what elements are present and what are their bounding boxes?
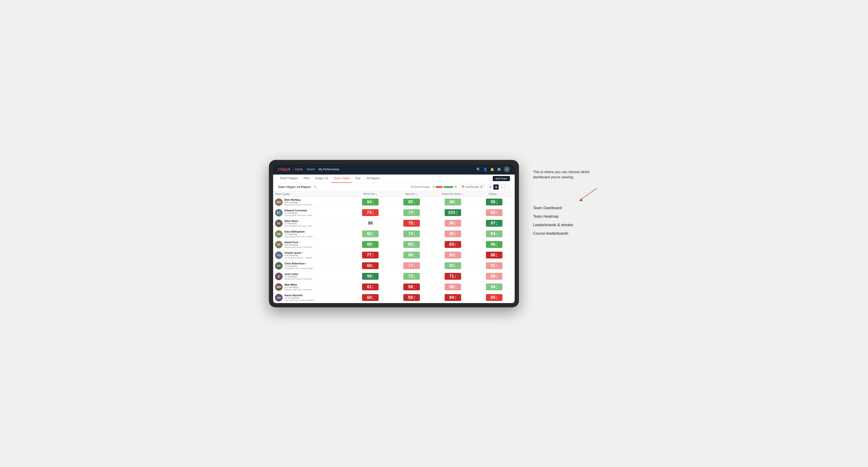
page-wrapper: clippd Home Teams My Performance 🔍 👤 🔔 ⚙… (269, 160, 599, 307)
score-box: 95 9▲ (486, 198, 502, 206)
option-team-heatmap: Team Heatmap (533, 214, 599, 219)
trend: 11▼ (372, 211, 374, 215)
score-box: 75 3▼ (403, 220, 420, 227)
score-tee: 95 8▲ (350, 271, 391, 282)
player-cell[interactable]: DB Dave Billingham 1-5 Handicap Gog Mago… (273, 229, 350, 239)
last-rounds-button[interactable]: 📅 Last Rounds: 20 (460, 185, 485, 189)
trend: 4▲ (455, 264, 456, 268)
score-box: 83 10▼ (445, 241, 461, 248)
score-value: 88 (450, 284, 454, 289)
score-box: 89 7▲ (362, 241, 379, 248)
score-around: 83 6▼ (432, 250, 473, 260)
view-export-button[interactable]: ↓ (505, 184, 510, 190)
score-around: 83 10▼ (432, 239, 473, 250)
score-value: 84 (449, 295, 454, 300)
tab-tour[interactable]: Tour (353, 174, 363, 183)
header-player[interactable]: Player Quality ↓ (273, 191, 350, 197)
score-value: 88 (450, 199, 454, 205)
score-box: 86 8▼ (486, 252, 502, 258)
score-approach: 85 8▲ (391, 197, 432, 207)
nav-link-teams[interactable]: Teams (306, 167, 315, 172)
player-cell[interactable]: EE Elliot Ebert 1-5 Handicap Sunningdale… (273, 218, 350, 228)
view-grid-button[interactable]: ⊞ (488, 184, 493, 190)
score-box: 61 3▼ (362, 283, 379, 290)
trend: 3▼ (496, 264, 497, 268)
trend: 6▲ (372, 200, 374, 204)
trend: 2▲ (372, 264, 374, 268)
score-value: 85 (408, 199, 413, 205)
tab-pga[interactable]: PGA (301, 174, 312, 183)
verified-icon: ✓ (299, 241, 301, 243)
player-cell[interactable]: AN Aaron Nicholls 11-15 Handicap Drift G… (273, 292, 350, 303)
score-box: 86 6▼ (445, 220, 461, 227)
view-list-button[interactable]: ≡ (499, 184, 504, 190)
player-cell[interactable]: EC Edward Crossman 1-5 Handicap Sunningd… (273, 208, 350, 218)
score-value: 83 (450, 253, 454, 257)
player-cell[interactable]: DF David Ford✓ Plus Handicap Royal North… (273, 239, 350, 250)
score-box: 77 3▼ (403, 262, 420, 269)
score-tee: 61 3▼ (350, 282, 391, 292)
add-team-button[interactable]: Add Team (493, 176, 510, 181)
trend: 6▼ (455, 221, 456, 225)
player-handicap: Plus Handicap (284, 244, 315, 246)
player-club: Sunningdale Golf Club, United Kingdom (284, 225, 315, 227)
trend: 2▲ (413, 275, 415, 278)
score-tee: 84 6▲ (350, 197, 391, 207)
toolbar: Team Clippd | 14 Players ✏️ 20 Round Cha… (273, 183, 515, 191)
header-approach[interactable]: Approach — (391, 191, 432, 197)
player-info: Josh Coles 1-5 Handicap Royal North Devo… (284, 273, 315, 280)
player-avatar: DF (275, 241, 283, 248)
score-value: 58 (408, 295, 413, 300)
score-box: 84 6▲ (362, 198, 379, 206)
person-icon[interactable]: 👤 (483, 167, 487, 171)
player-cell[interactable]: BM Blair McHarg Plus Handicap Royal Nort… (273, 197, 350, 207)
player-club: Sunningdale Golf Club, United Kingdom (284, 214, 315, 217)
verified-icon: ✓ (302, 252, 304, 254)
trend: 4▲ (413, 285, 415, 289)
trend: 10▲ (413, 296, 415, 300)
player-club: St. George's Hill GC - Weybridge - Surre… (284, 257, 315, 259)
table-header-row: Player Quality ↓ Off the Tee — Approach … (273, 191, 515, 197)
player-cell[interactable]: CQ Charlie Quick✓ 6-10 Handicap St. Geor… (273, 250, 350, 260)
table-container: Player Quality ↓ Off the Tee — Approach … (273, 191, 515, 303)
player-info: Elliot Ebert 1-5 Handicap Sunningdale Go… (284, 220, 315, 227)
score-around: 81 4▲ (432, 260, 473, 271)
bell-icon[interactable]: 🔔 (490, 167, 494, 171)
view-heatmap-button[interactable]: ▦ (493, 184, 499, 190)
score-box: 84 21▼ (445, 294, 461, 301)
header-around[interactable]: Around the Green — (432, 191, 473, 197)
nav-link-home[interactable]: Home (295, 167, 303, 172)
tab-allplayers[interactable]: All Players (364, 174, 382, 183)
edit-icon[interactable]: ✏️ (314, 185, 317, 188)
score-value: 80 (408, 242, 413, 247)
tab-teamclippd[interactable]: Team Clippd (331, 174, 352, 183)
avatar[interactable]: U (504, 166, 510, 173)
score-value: 60 (367, 263, 372, 268)
trend: 3▼ (455, 232, 456, 236)
tab-pgat[interactable]: PGAT Players (278, 174, 300, 183)
trend: 14▼ (372, 253, 374, 257)
player-handicap: Plus Handicap (284, 201, 315, 204)
player-cell[interactable]: MM Matt Miller 6-10 Handicap Woburn Golf… (273, 282, 350, 292)
header-putting[interactable]: Putting — (473, 191, 515, 197)
player-cell[interactable]: CR Chris Robertson✓ 1-5 Handicap Craigmi… (273, 261, 350, 271)
score-box: 97 5▲ (486, 220, 502, 227)
score-around: 85 3▼ (432, 228, 473, 239)
search-icon[interactable]: 🔍 (476, 167, 480, 171)
trend: 3▲ (496, 285, 497, 289)
nav-link-myperformance[interactable]: My Performance (318, 167, 339, 172)
trend: 1▼ (372, 296, 374, 300)
settings-icon[interactable]: ⚙️ (497, 167, 501, 171)
player-info: Charlie Quick✓ 6-10 Handicap St. George'… (284, 251, 315, 259)
score-box: 80 1▲ (403, 252, 420, 258)
tab-hcaps[interactable]: Hcaps 1-5 (313, 174, 331, 183)
score-value: 71 (449, 274, 454, 279)
trend: 3▼ (496, 211, 497, 215)
pos-label: +5 (454, 186, 457, 188)
score-box: 92 3▼ (486, 209, 502, 216)
score-value: 58 (408, 284, 413, 289)
player-cell[interactable]: JC Josh Coles 1-5 Handicap Royal North D… (273, 271, 350, 282)
header-tee[interactable]: Off the Tee — (350, 191, 391, 197)
player-club: Royal North Devon Golf Club, United King… (284, 204, 315, 206)
table-row: DF David Ford✓ Plus Handicap Royal North… (273, 239, 515, 250)
